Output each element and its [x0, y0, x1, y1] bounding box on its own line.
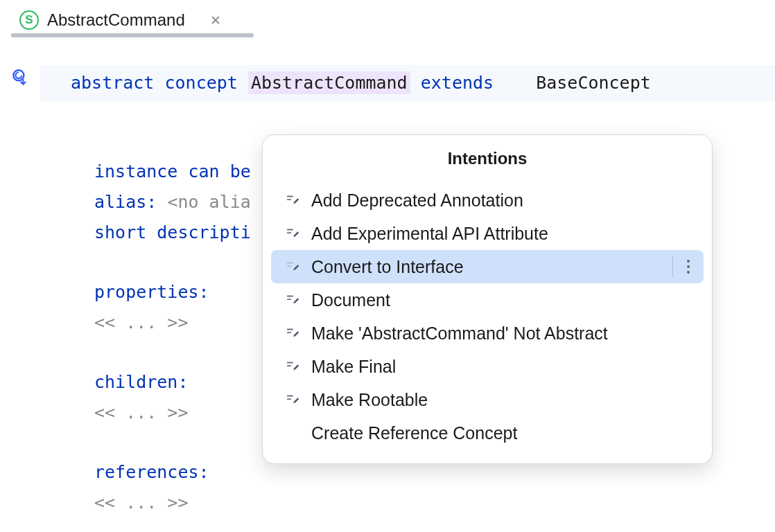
abstract-keyword: abstract: [71, 73, 154, 93]
intention-pen-icon: [285, 258, 302, 275]
svg-rect-10: [287, 332, 291, 333]
svg-rect-6: [287, 265, 291, 267]
svg-rect-8: [287, 299, 291, 300]
intention-item[interactable]: Document: [271, 283, 704, 317]
svg-rect-2: [287, 199, 291, 200]
intention-item[interactable]: Add Experimental API Attribute: [271, 217, 704, 250]
intention-label: Add Deprecated Annotation: [311, 190, 523, 211]
intention-label: Make Rootable: [311, 390, 428, 410]
svg-rect-12: [287, 365, 291, 366]
editor-tab[interactable]: S AbstractCommand ✕: [19, 10, 221, 30]
references-placeholder[interactable]: << ... >>: [94, 488, 775, 518]
intention-item[interactable]: Make 'AbstractCommand' Not Abstract: [271, 317, 704, 350]
intention-label: Make 'AbstractCommand' Not Abstract: [311, 323, 608, 344]
intention-label: Add Experimental API Attribute: [311, 224, 548, 244]
tab-bar: S AbstractCommand ✕: [0, 0, 775, 37]
intentions-popup: Intentions Add Deprecated Annotation Add…: [262, 134, 713, 464]
intention-item[interactable]: Create Reference Concept: [271, 416, 704, 450]
editor-area: abstract concept AbstractCommand extends…: [0, 37, 775, 518]
svg-rect-14: [287, 398, 291, 400]
intention-pen-icon: [285, 358, 302, 375]
svg-rect-9: [287, 329, 293, 330]
intention-item[interactable]: Convert to Interface: [271, 250, 704, 283]
intention-label: Create Reference Concept: [311, 423, 517, 443]
extends-keyword: extends: [421, 73, 494, 93]
more-options-icon[interactable]: [672, 256, 690, 277]
intention-item[interactable]: Make Rootable: [271, 383, 704, 416]
intention-pen-icon: [285, 325, 302, 342]
intention-item[interactable]: Make Final: [271, 350, 704, 383]
svg-rect-13: [287, 396, 293, 397]
intention-pen-icon: [285, 391, 302, 408]
structure-s-icon: S: [19, 10, 39, 30]
gutter: [0, 37, 40, 518]
override-icon[interactable]: [11, 68, 29, 86]
tab-title: AbstractCommand: [47, 10, 185, 30]
intention-pen-icon: [285, 192, 302, 209]
svg-rect-3: [287, 229, 293, 231]
intention-label: Document: [311, 290, 390, 310]
intention-pen-icon: [285, 225, 302, 242]
svg-rect-7: [287, 296, 293, 297]
intention-pen-icon: [285, 425, 302, 441]
svg-rect-11: [287, 362, 293, 364]
svg-rect-1: [287, 196, 293, 197]
intention-item[interactable]: Add Deprecated Annotation: [271, 184, 704, 217]
intention-label: Convert to Interface: [311, 257, 464, 277]
svg-rect-5: [287, 263, 293, 264]
svg-rect-4: [287, 232, 291, 233]
close-tab-icon[interactable]: ✕: [210, 12, 221, 28]
concept-name[interactable]: AbstractCommand: [248, 71, 410, 94]
concept-declaration[interactable]: abstract concept AbstractCommand extends…: [40, 65, 775, 101]
intention-pen-icon: [285, 292, 302, 308]
concept-keyword: concept: [164, 73, 237, 93]
intention-list: Add Deprecated Annotation Add Experiment…: [271, 184, 704, 450]
intentions-title: Intentions: [271, 149, 704, 168]
intention-label: Make Final: [311, 357, 396, 377]
base-concept-name[interactable]: BaseConcept: [536, 73, 651, 93]
